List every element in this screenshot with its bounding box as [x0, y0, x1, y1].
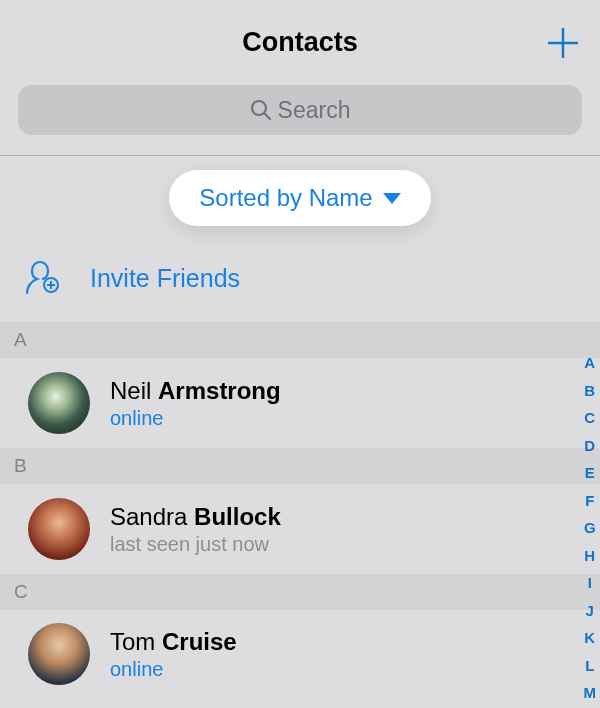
- person-add-icon: [22, 256, 62, 300]
- index-letter[interactable]: M: [584, 682, 597, 705]
- contact-first-name: Sandra: [110, 503, 187, 530]
- index-letter[interactable]: I: [588, 572, 592, 595]
- index-letter[interactable]: C: [584, 407, 595, 430]
- search-icon: [250, 99, 272, 121]
- index-letter[interactable]: H: [584, 545, 595, 568]
- contact-row[interactable]: Tom Cruise online: [0, 610, 600, 688]
- contact-last-name: Bullock: [194, 503, 281, 530]
- contact-last-name: Cruise: [162, 628, 237, 655]
- contact-name: Tom Cruise: [110, 628, 237, 656]
- search-placeholder: Search: [278, 97, 351, 124]
- contact-row[interactable]: Neil Armstrong online: [0, 358, 600, 448]
- chevron-down-icon: [383, 193, 401, 204]
- contact-name: Neil Armstrong: [110, 377, 281, 405]
- invite-friends-button[interactable]: Invite Friends: [0, 244, 600, 322]
- contact-name: Sandra Bullock: [110, 503, 281, 531]
- index-letter[interactable]: A: [584, 352, 595, 375]
- index-letter[interactable]: B: [584, 380, 595, 403]
- contact-status: online: [110, 658, 237, 681]
- index-letter[interactable]: G: [584, 517, 596, 540]
- sort-label: Sorted by Name: [199, 184, 372, 212]
- index-letter[interactable]: J: [586, 600, 594, 623]
- avatar: [28, 498, 90, 560]
- index-letter[interactable]: E: [585, 462, 595, 485]
- contact-info: Neil Armstrong online: [110, 377, 281, 430]
- contact-row[interactable]: Sandra Bullock last seen just now: [0, 484, 600, 574]
- index-letter[interactable]: L: [585, 655, 594, 678]
- section-header-a: A: [0, 322, 600, 358]
- index-letter[interactable]: F: [585, 490, 594, 513]
- header: Contacts: [0, 0, 600, 85]
- svg-line-3: [264, 114, 270, 120]
- plus-icon: [546, 26, 580, 60]
- contact-status: online: [110, 407, 281, 430]
- alphabet-index[interactable]: ABCDEFGHIJKLMNOP: [584, 352, 597, 708]
- avatar: [28, 623, 90, 685]
- section-header-c: C: [0, 574, 600, 610]
- contact-status: last seen just now: [110, 533, 281, 556]
- contact-info: Tom Cruise online: [110, 628, 237, 681]
- avatar: [28, 372, 90, 434]
- invite-friends-label: Invite Friends: [90, 264, 240, 293]
- contact-last-name: Armstrong: [158, 377, 281, 404]
- search-input[interactable]: Search: [18, 85, 582, 135]
- contact-info: Sandra Bullock last seen just now: [110, 503, 281, 556]
- index-letter[interactable]: D: [584, 435, 595, 458]
- sort-button[interactable]: Sorted by Name: [169, 170, 430, 226]
- sort-row: Sorted by Name: [0, 156, 600, 244]
- contact-first-name: Tom: [110, 628, 155, 655]
- add-contact-button[interactable]: [546, 26, 580, 60]
- page-title: Contacts: [242, 27, 358, 58]
- contact-first-name: Neil: [110, 377, 151, 404]
- index-letter[interactable]: K: [584, 627, 595, 650]
- section-header-b: B: [0, 448, 600, 484]
